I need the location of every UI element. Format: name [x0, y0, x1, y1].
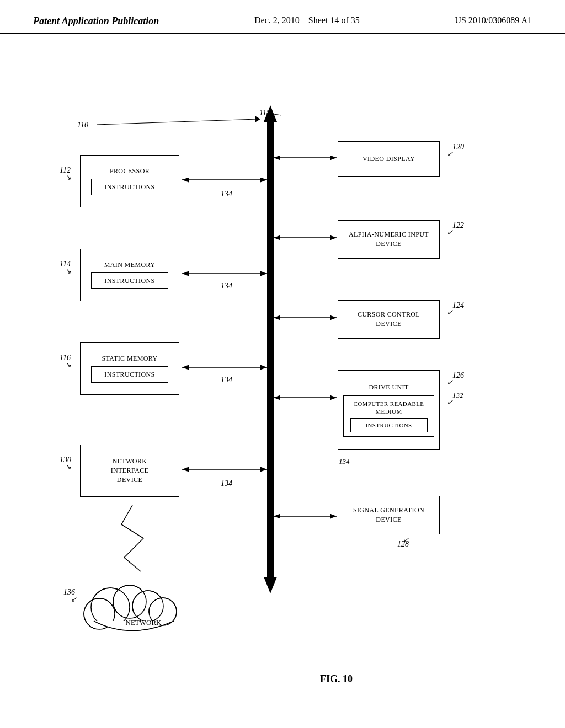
- static-memory-instructions-box: INSTRUCTIONS: [91, 366, 168, 383]
- main-memory-box: MAIN MEMORY INSTRUCTIONS: [80, 249, 179, 301]
- publication-label: Patent Application Publication: [33, 15, 159, 27]
- network-interface-box: NETWORKINTERFACEDEVICE: [80, 445, 179, 497]
- static-memory-box: STATIC MEMORY INSTRUCTIONS: [80, 342, 179, 395]
- static-memory-instructions-label: INSTRUCTIONS: [104, 371, 154, 379]
- ref-132: 132: [452, 391, 463, 400]
- svg-text:134: 134: [221, 376, 232, 384]
- drive-instructions-label: INSTRUCTIONS: [365, 422, 412, 429]
- processor-instructions-label: INSTRUCTIONS: [104, 183, 154, 191]
- signal-generation-label: SIGNAL GENERATIONDEVICE: [353, 506, 424, 524]
- network-interface-label: NETWORKINTERFACEDEVICE: [111, 457, 149, 484]
- processor-box: PROCESSOR INSTRUCTIONS: [80, 155, 179, 207]
- header-center: Dec. 2, 2010 Sheet 14 of 35: [254, 15, 360, 25]
- diagram-area: 134 134 134 134 110 118 PROCESSOR INSTRU…: [0, 34, 565, 695]
- cursor-control-label: CURSOR CONTROLDEVICE: [358, 310, 420, 329]
- svg-text:110: 110: [77, 121, 88, 129]
- svg-text:134: 134: [221, 282, 232, 290]
- svg-marker-8: [264, 577, 277, 593]
- video-display-box: VIDEO DISPLAY: [338, 141, 440, 177]
- ref-126: 126: [452, 371, 464, 380]
- alpha-numeric-box: ALPHA-NUMERIC INPUTDEVICE: [338, 220, 440, 259]
- main-memory-instructions-label: INSTRUCTIONS: [104, 277, 154, 285]
- signal-generation-box: SIGNAL GENERATIONDEVICE: [338, 496, 440, 534]
- main-memory-instructions-box: INSTRUCTIONS: [91, 272, 168, 289]
- processor-label: PROCESSOR: [110, 167, 150, 176]
- drive-instructions-box: INSTRUCTIONS: [350, 418, 428, 432]
- computer-readable-box: COMPUTER READABLEMEDIUM INSTRUCTIONS: [343, 395, 434, 437]
- alpha-numeric-label: ALPHA-NUMERIC INPUTDEVICE: [349, 230, 429, 249]
- svg-text:134: 134: [221, 479, 232, 488]
- page-header: Patent Application Publication Dec. 2, 2…: [0, 0, 565, 34]
- svg-line-34: [97, 119, 257, 125]
- figure-label: FIG. 10: [320, 673, 353, 685]
- svg-text:134: 134: [221, 190, 232, 198]
- svg-text:118: 118: [259, 109, 270, 117]
- patent-number: US 2010/0306089 A1: [455, 15, 532, 25]
- processor-instructions-box: INSTRUCTIONS: [91, 179, 168, 195]
- ref-124: 124: [452, 301, 464, 310]
- ref-122: 122: [452, 221, 464, 230]
- main-memory-label: MAIN MEMORY: [104, 261, 156, 270]
- video-display-label: VIDEO DISPLAY: [363, 155, 415, 164]
- computer-readable-label: COMPUTER READABLEMEDIUM: [354, 400, 424, 416]
- drive-unit-box: DRIVE UNIT COMPUTER READABLEMEDIUM INSTR…: [338, 370, 440, 450]
- ref-120: 120: [452, 143, 464, 152]
- network-label: NETWORK: [116, 618, 171, 627]
- sheet-label: Sheet 14 of 35: [308, 15, 360, 25]
- date-label: Dec. 2, 2010: [254, 15, 300, 25]
- cursor-control-box: CURSOR CONTROLDEVICE: [338, 300, 440, 339]
- ref-134-drive: 134: [339, 457, 350, 466]
- static-memory-label: STATIC MEMORY: [102, 355, 157, 363]
- drive-unit-label: DRIVE UNIT: [369, 383, 408, 392]
